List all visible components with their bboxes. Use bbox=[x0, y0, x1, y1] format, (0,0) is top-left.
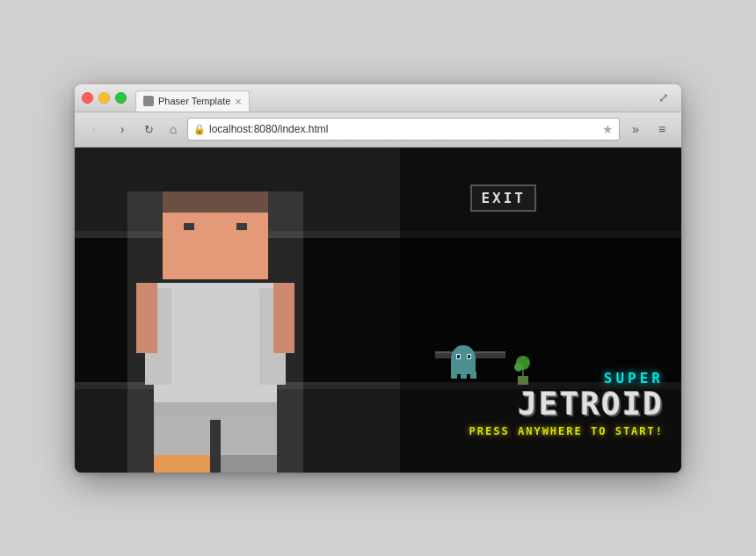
reload-button[interactable]: ↻ bbox=[138, 119, 159, 140]
tab-label: Phaser Template bbox=[158, 96, 230, 106]
maximize-button[interactable] bbox=[115, 92, 127, 104]
tab-favicon bbox=[143, 96, 154, 106]
toolbar-extras: » ≡ bbox=[623, 117, 674, 141]
traffic-lights bbox=[82, 92, 127, 104]
active-tab[interactable]: Phaser Template × bbox=[135, 90, 250, 112]
super-label: SUPER bbox=[469, 370, 664, 386]
game-canvas: EXIT bbox=[75, 148, 681, 473]
address-security-icon: 🔒 bbox=[193, 124, 206, 135]
tab-bar: Phaser Template × bbox=[135, 84, 653, 112]
svg-rect-22 bbox=[468, 355, 470, 358]
browser-window: Phaser Template × ⤢ ‹ › ↻ ⌂ 🔒 localhost:… bbox=[75, 84, 681, 473]
character-svg bbox=[127, 191, 303, 473]
address-text: localhost:8080/index.html bbox=[209, 123, 599, 135]
svg-rect-16 bbox=[127, 191, 303, 473]
tab-close-button[interactable]: × bbox=[235, 96, 242, 107]
close-button[interactable] bbox=[82, 92, 93, 104]
forward-button[interactable]: › bbox=[110, 117, 134, 141]
character-sprite bbox=[127, 191, 303, 473]
svg-rect-24 bbox=[461, 372, 467, 379]
menu-button[interactable]: ≡ bbox=[650, 117, 674, 141]
home-button[interactable]: ⌂ bbox=[163, 119, 184, 140]
expand-button[interactable]: ⤢ bbox=[653, 89, 674, 106]
toolbar: ‹ › ↻ ⌂ 🔒 localhost:8080/index.html ★ » … bbox=[75, 112, 681, 148]
game-title: JETROID bbox=[469, 388, 664, 420]
title-bar: Phaser Template × ⤢ bbox=[75, 84, 681, 112]
exit-sign: EXIT bbox=[470, 184, 536, 212]
back-button[interactable]: ‹ bbox=[82, 117, 106, 141]
press-start-label: PRESS ANYWHERE TO START! bbox=[469, 425, 664, 437]
game-content[interactable]: EXIT bbox=[75, 148, 681, 473]
extensions-button[interactable]: » bbox=[623, 117, 648, 141]
minimize-button[interactable] bbox=[98, 92, 110, 104]
bookmark-icon[interactable]: ★ bbox=[602, 122, 614, 136]
svg-rect-23 bbox=[451, 372, 457, 379]
game-title-overlay: SUPER JETROID PRESS ANYWHERE TO START! bbox=[469, 370, 664, 437]
address-bar[interactable]: 🔒 localhost:8080/index.html ★ bbox=[187, 118, 620, 141]
svg-rect-21 bbox=[457, 355, 460, 358]
